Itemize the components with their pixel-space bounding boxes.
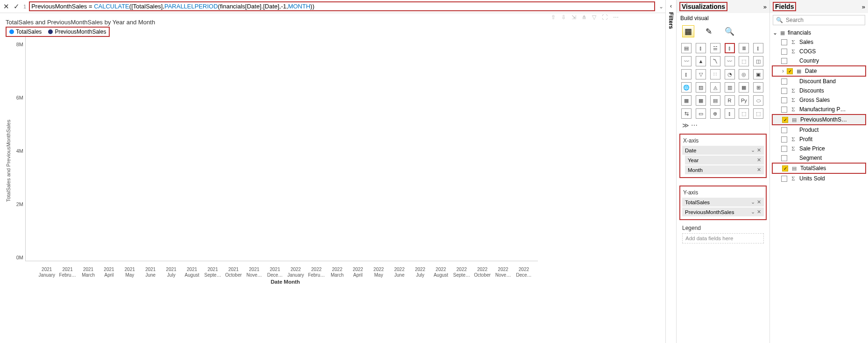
checkbox[interactable] — [781, 146, 787, 152]
chevron-down-icon[interactable]: ⌄ — [751, 147, 755, 153]
field-profit[interactable]: ΣProfit — [772, 135, 866, 144]
expand-icon[interactable]: ⇲ — [572, 14, 576, 21]
chevron-down-icon[interactable]: ⌄ — [751, 199, 755, 205]
focus-icon[interactable]: ⛶ — [602, 14, 607, 21]
well-item-prevmonth[interactable]: PreviousMonthSales⌄✕ — [682, 207, 764, 216]
viz-type-icon[interactable]: ▭ — [696, 108, 706, 119]
field-discounts[interactable]: ΣDiscounts — [772, 86, 866, 95]
chevron-left-icon[interactable]: ‹ — [670, 3, 672, 9]
checkbox[interactable]: ✓ — [782, 165, 788, 172]
viz-type-icon[interactable]: R — [725, 95, 735, 106]
viz-type-icon[interactable]: ◎ — [739, 69, 749, 79]
remove-icon[interactable]: ✕ — [757, 167, 761, 173]
field-segment[interactable]: Segment — [772, 153, 866, 163]
filters-pane-collapsed[interactable]: ‹ Filters — [665, 0, 677, 343]
viz-type-icon[interactable]: ⬭ — [753, 95, 763, 106]
analytics-tab[interactable]: 🔍 — [723, 25, 735, 37]
well-item-totalsales[interactable]: TotalSales⌄✕ — [682, 198, 764, 207]
viz-type-icon[interactable]: ▥ — [725, 82, 735, 93]
chevron-down-icon[interactable]: ⌄ — [751, 209, 755, 215]
more-icon[interactable]: ⋯ — [613, 14, 619, 21]
viz-type-icon[interactable]: ∷ — [710, 69, 720, 79]
viz-type-icon[interactable]: ▲ — [696, 56, 706, 66]
remove-icon[interactable]: ✕ — [757, 147, 761, 153]
well-item-year[interactable]: Year✕ — [685, 156, 764, 164]
field-sale-price[interactable]: ΣSale Price — [772, 144, 866, 153]
drill-down-icon[interactable]: ⇩ — [561, 14, 566, 21]
viz-type-icon[interactable]: ⫿ — [681, 69, 692, 79]
field-date[interactable]: ›✓▦Date — [772, 65, 866, 77]
remove-icon[interactable]: ✕ — [757, 199, 761, 205]
viz-type-icon[interactable]: ◬ — [710, 82, 720, 93]
viz-type-icon[interactable]: ⬚ — [739, 108, 749, 119]
checkbox[interactable] — [781, 127, 787, 133]
field-cogs[interactable]: ΣCOGS — [772, 47, 866, 56]
viz-more[interactable]: ≫ ⋯ — [677, 121, 769, 130]
well-item-date[interactable]: Date⌄✕ — [682, 146, 764, 155]
viz-type-icon[interactable]: 〰 — [681, 56, 692, 66]
viz-type-icon[interactable]: ◔ — [725, 69, 735, 79]
chart-visual[interactable]: TotalSales and PreviousMonthSales by Yea… — [6, 19, 538, 290]
viz-type-icon[interactable]: ⊕ — [710, 108, 720, 119]
viz-type-icon[interactable]: ⬚ — [753, 108, 763, 119]
field-country[interactable]: Country — [772, 56, 866, 65]
formula-input[interactable]: PreviousMonthSales = CALCULATE([TotalSal… — [29, 1, 655, 11]
field-table-financials[interactable]: ⌄ ▦ financials — [772, 28, 866, 37]
viz-type-icon[interactable]: ▨ — [696, 82, 706, 93]
viz-type-icon[interactable]: 🌐 — [681, 82, 692, 93]
build-visual-tab[interactable]: ▦ — [682, 25, 694, 37]
checkbox[interactable] — [781, 79, 787, 85]
viz-type-icon[interactable]: ▦ — [696, 95, 706, 106]
checkbox[interactable] — [781, 136, 787, 143]
viz-type-icon[interactable]: ⫿ — [725, 43, 735, 53]
viz-type-icon[interactable]: ⬚ — [739, 56, 749, 66]
checkbox[interactable] — [781, 58, 787, 64]
viz-type-icon[interactable]: ▤ — [710, 95, 720, 106]
formula-commit-icon[interactable]: ✓ — [12, 2, 21, 11]
filter-icon[interactable]: ▽ — [592, 14, 596, 21]
legend-well-drop[interactable]: Add data fields here — [682, 233, 764, 243]
checkbox[interactable] — [781, 49, 787, 55]
field-search[interactable]: 🔍 — [773, 15, 865, 25]
checkbox[interactable]: ✓ — [782, 117, 788, 123]
checkbox[interactable] — [781, 155, 787, 161]
drill-up-icon[interactable]: ⇧ — [551, 14, 556, 21]
checkbox[interactable] — [781, 107, 787, 113]
viz-type-icon[interactable]: ☱ — [710, 43, 720, 53]
viz-type-icon[interactable]: ◫ — [753, 56, 763, 66]
collapse-fields-icon[interactable]: » — [862, 3, 865, 10]
drill-through-icon[interactable]: ⋔ — [582, 14, 586, 21]
remove-icon[interactable]: ✕ — [757, 157, 761, 163]
viz-type-icon[interactable]: ⫿ — [725, 108, 735, 119]
field-previousmonths-[interactable]: ✓▤PreviousMonthS… — [772, 114, 866, 125]
formula-expand-icon[interactable]: ⌄ — [659, 3, 663, 10]
viz-type-icon[interactable]: ⊞ — [753, 82, 763, 93]
viz-type-icon[interactable]: 〽 — [710, 56, 720, 66]
checkbox[interactable] — [781, 97, 787, 103]
viz-type-icon[interactable]: ≣ — [739, 43, 749, 53]
checkbox[interactable] — [781, 176, 787, 182]
collapse-viz-icon[interactable]: » — [763, 3, 767, 10]
well-item-month[interactable]: Month✕ — [685, 165, 764, 174]
checkbox[interactable]: ✓ — [787, 68, 793, 74]
viz-type-icon[interactable]: 〰 — [725, 56, 735, 66]
viz-type-icon[interactable]: ▽ — [696, 69, 706, 79]
remove-icon[interactable]: ✕ — [757, 209, 761, 215]
viz-type-icon[interactable]: ▤ — [681, 43, 692, 53]
field-totalsales[interactable]: ✓▤TotalSales — [772, 163, 866, 174]
viz-type-icon[interactable]: ▦ — [739, 82, 749, 93]
viz-type-icon[interactable]: ▦ — [681, 95, 692, 106]
field-product[interactable]: Product — [772, 125, 866, 135]
format-visual-tab[interactable]: ✎ — [703, 25, 715, 37]
checkbox[interactable] — [781, 88, 787, 94]
field-units-sold[interactable]: ΣUnits Sold — [772, 174, 866, 183]
field-gross-sales[interactable]: ΣGross Sales — [772, 95, 866, 105]
viz-type-icon[interactable]: ⫿ — [696, 43, 706, 53]
field-manufacturing-p-[interactable]: ΣManufacturing P… — [772, 105, 866, 114]
field-search-input[interactable] — [786, 17, 862, 23]
field-discount-band[interactable]: Discount Band — [772, 77, 866, 86]
viz-type-icon[interactable]: ⫿ — [753, 43, 763, 53]
viz-type-icon[interactable]: ▣ — [753, 69, 763, 79]
formula-cancel-icon[interactable]: ✕ — [2, 2, 10, 11]
viz-type-icon[interactable]: ⇆ — [681, 108, 692, 119]
